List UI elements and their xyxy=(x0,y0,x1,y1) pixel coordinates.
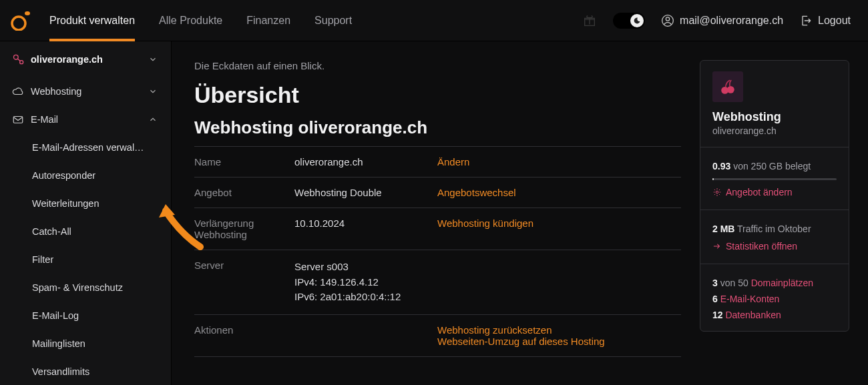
nav-support[interactable]: Support xyxy=(314,0,352,41)
sidebar-sub-label: Filter xyxy=(32,254,53,265)
svg-point-3 xyxy=(666,17,669,20)
svg-point-8 xyxy=(727,86,734,93)
storage-used: 0.93 xyxy=(712,161,730,171)
brand-logo[interactable] xyxy=(0,0,41,41)
domains-sep: von 50 xyxy=(718,278,751,288)
sidebar-sub-mailing[interactable]: Mailinglisten xyxy=(0,330,171,358)
page-title: Übersicht xyxy=(194,82,681,108)
detail-table: Name oliverorange.ch Ändern Angebot Webh… xyxy=(194,146,681,357)
arrow-right-icon xyxy=(712,242,722,251)
row-label: Aktionen xyxy=(194,314,294,356)
sidebar-sub-label: Autoresponder xyxy=(32,170,95,181)
sidebar-sub-spam[interactable]: Spam- & Virenschutz xyxy=(0,274,171,302)
sidebar-sub-label: Versandlimits xyxy=(32,366,89,377)
nav-all-products[interactable]: Alle Produkte xyxy=(159,0,222,41)
link-open-stats[interactable]: Statistiken öffnen xyxy=(712,241,797,252)
dark-mode-toggle[interactable] xyxy=(613,13,645,29)
row-value: 10.10.2024 xyxy=(294,208,435,250)
sidebar-sub-label: Spam- & Virenschutz xyxy=(32,282,123,293)
emails-count: 6 xyxy=(712,294,718,304)
svg-rect-6 xyxy=(13,117,23,123)
network-icon xyxy=(12,53,25,66)
server-name: Server s003 xyxy=(294,260,681,275)
svg-point-1 xyxy=(25,11,30,15)
row-label: Verlängerung Webhosting xyxy=(194,208,294,250)
sidebar-sub-autoresponder[interactable]: Autoresponder xyxy=(0,161,171,189)
sidebar-sub-label: Weiterleitungen xyxy=(32,198,99,209)
sidebar-item-email[interactable]: E-Mail xyxy=(0,105,171,133)
cloud-icon xyxy=(12,85,24,97)
user-icon xyxy=(661,14,674,27)
domains-used: 3 xyxy=(712,278,718,288)
summary-card: Webhosting oliverorange.ch 0.93 von 250 … xyxy=(700,60,849,332)
svg-point-0 xyxy=(12,17,25,30)
nav-finance[interactable]: Finanzen xyxy=(246,0,290,41)
sidebar-sub-addresses[interactable]: E-Mail-Adressen verwal… xyxy=(0,133,171,161)
action-reset-hosting[interactable]: Webhosting zurücksetzen xyxy=(437,324,552,336)
user-email: mail@oliverorange.ch xyxy=(680,15,783,27)
traffic-value: 2 MB xyxy=(712,224,734,234)
gear-icon xyxy=(712,187,722,197)
link-label: Statistiken öffnen xyxy=(726,241,797,252)
sidebar-domain-label: oliverorange.ch xyxy=(31,54,147,65)
link-domain-slots[interactable]: Domainplätzen xyxy=(751,278,813,288)
server-ipv6: IPv6: 2a01:ab20:0:4::12 xyxy=(294,290,681,305)
traffic-text: Traffic im Oktober xyxy=(734,224,811,234)
sidebar: oliverorange.ch Webhosting xyxy=(0,41,172,385)
storage-bar xyxy=(712,178,837,180)
link-databases[interactable]: Datenbanken xyxy=(723,310,781,320)
action-change-name[interactable]: Ändern xyxy=(437,156,469,167)
svg-point-9 xyxy=(716,191,718,194)
table-row: Server Server s003 IPv4: 149.126.4.12 IP… xyxy=(194,250,681,315)
action-change-offer[interactable]: Angebotswechsel xyxy=(437,187,516,198)
sidebar-sub-label: Mailinglisten xyxy=(32,338,85,349)
row-label: Angebot xyxy=(194,177,294,208)
table-row: Name oliverorange.ch Ändern xyxy=(194,147,681,177)
user-menu[interactable]: mail@oliverorange.ch xyxy=(661,14,783,27)
chevron-down-icon xyxy=(148,87,158,96)
card-title: Webhosting xyxy=(712,110,837,124)
server-ipv4: IPv4: 149.126.4.12 xyxy=(294,275,681,290)
row-label: Name xyxy=(194,147,294,177)
sidebar-sub-label: E-Mail-Log xyxy=(32,310,79,321)
svg-point-4 xyxy=(14,55,19,59)
webhosting-app-icon xyxy=(712,71,743,102)
sidebar-sub-forward[interactable]: Weiterleitungen xyxy=(0,189,171,218)
link-label: Angebot ändern xyxy=(726,187,793,198)
chevron-down-icon xyxy=(148,55,158,64)
sidebar-sub-catchall[interactable]: Catch-All xyxy=(0,218,171,246)
sidebar-sub-log[interactable]: E-Mail-Log xyxy=(0,302,171,330)
table-row: Verlängerung Webhosting 10.10.2024 Webho… xyxy=(194,208,681,250)
row-label: Server xyxy=(194,250,294,315)
gift-icon[interactable] xyxy=(582,13,597,28)
chevron-up-icon xyxy=(148,115,158,124)
sidebar-webhosting-label: Webhosting xyxy=(31,86,147,97)
mail-icon xyxy=(12,113,24,125)
table-row: Aktionen Webhosting zurücksetzen Webseit… xyxy=(194,314,681,356)
link-email-accounts[interactable]: E-Mail-Konten xyxy=(718,294,780,304)
sidebar-domain-select[interactable]: oliverorange.ch xyxy=(0,41,171,77)
sidebar-item-webhosting[interactable]: Webhosting xyxy=(0,77,171,105)
logout-label: Logout xyxy=(818,15,851,27)
storage-total: von 250 GB belegt xyxy=(730,161,811,171)
content-area: Die Eckdaten auf einen Blick. Übersicht … xyxy=(194,60,681,385)
sidebar-sub-label: E-Mail-Adressen verwal… xyxy=(32,142,144,153)
page-subtitle: Die Eckdaten auf einen Blick. xyxy=(194,60,681,71)
link-change-offer[interactable]: Angebot ändern xyxy=(712,187,793,198)
cherry-icon xyxy=(719,78,736,95)
sidebar-sub-label: Catch-All xyxy=(32,226,71,237)
row-value: Webhosting Double xyxy=(294,177,435,208)
logo-icon xyxy=(11,11,31,31)
section-title: Webhosting oliverorange.ch xyxy=(194,117,681,138)
action-website-move[interactable]: Webseiten-Umzug auf dieses Hosting xyxy=(437,336,605,347)
sidebar-sub-limits[interactable]: Versandlimits xyxy=(0,358,171,385)
db-count: 12 xyxy=(712,310,723,320)
sidebar-sub-filter[interactable]: Filter xyxy=(0,246,171,274)
table-row: Angebot Webhosting Double Angebotswechse… xyxy=(194,177,681,208)
row-value: oliverorange.ch xyxy=(294,147,435,177)
action-cancel-hosting[interactable]: Webhosting kündigen xyxy=(437,218,533,229)
logout-button[interactable]: Logout xyxy=(799,14,851,27)
top-nav: Produkt verwalten Alle Produkte Finanzen… xyxy=(49,0,352,41)
nav-manage-product[interactable]: Produkt verwalten xyxy=(49,0,135,41)
logout-icon xyxy=(799,14,813,27)
